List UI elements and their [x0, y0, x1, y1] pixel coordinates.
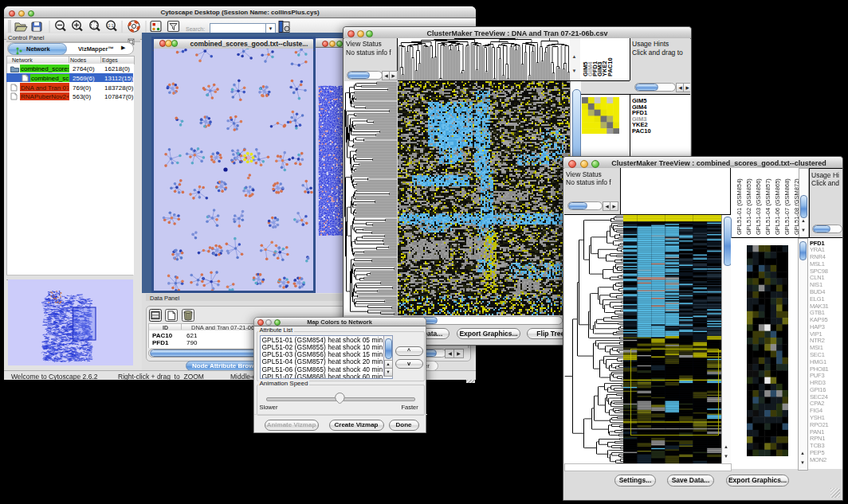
svg-text:1:1: 1:1	[108, 23, 114, 28]
